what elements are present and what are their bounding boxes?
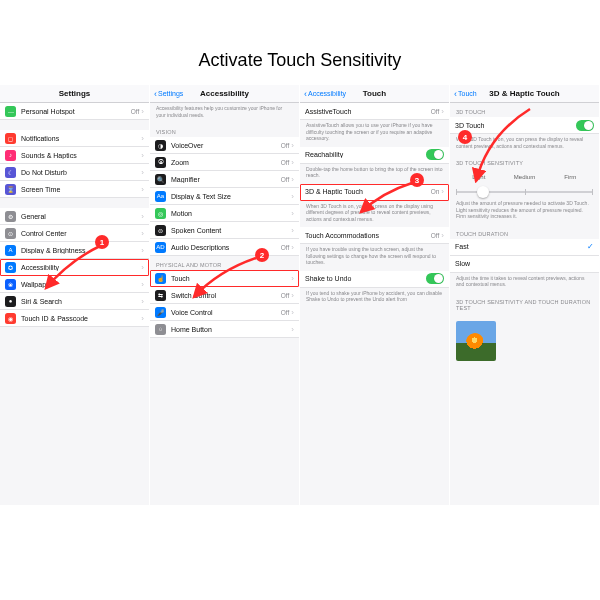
zoom-icon: ⦿ [155, 157, 166, 168]
row-label: Spoken Content [171, 227, 291, 234]
panel-settings: Settings ⋯Personal HotspotOff›◻Notificat… [0, 85, 150, 505]
wallpaper-icon: ❀ [5, 279, 16, 290]
voiceover-icon: ◑ [155, 140, 166, 151]
header-accessibility: ‹Settings Accessibility [150, 85, 299, 103]
chevron-right-icon: › [141, 297, 144, 306]
row-notifications[interactable]: ◻Notifications› [0, 130, 149, 147]
header-3d-haptic: ‹Touch 3D & Haptic Touch [450, 85, 599, 103]
row-sounds-haptics[interactable]: ♪Sounds & Haptics› [0, 147, 149, 164]
row-label: Display & Text Size [171, 193, 291, 200]
audio-desc-icon: AD [155, 242, 166, 253]
toggle-on-icon[interactable] [576, 120, 594, 131]
toggle-on-icon[interactable] [426, 149, 444, 160]
section-duration: TOUCH DURATION [450, 225, 599, 239]
header-title: 3D & Haptic Touch [489, 89, 560, 98]
row-motion[interactable]: ◎Motion› [150, 205, 299, 222]
row-touch-id-passcode[interactable]: ◉Touch ID & Passcode› [0, 310, 149, 327]
row-label: Voice Control [171, 309, 281, 316]
row-label: Control Center [21, 230, 141, 237]
row-value: Off [281, 292, 290, 299]
checkmark-icon: ✓ [587, 242, 594, 251]
row-value: Off [431, 108, 440, 115]
arrow-2 [188, 253, 263, 303]
row-assistivetouch[interactable]: AssistiveTouchOff› [300, 103, 449, 120]
row-display-text-size[interactable]: AaDisplay & Text Size› [150, 188, 299, 205]
chevron-right-icon: › [141, 212, 144, 221]
row-label: Screen Time [21, 186, 141, 193]
control-center-icon: ⊙ [5, 228, 16, 239]
home-button-icon: ○ [155, 324, 166, 335]
hotspot-icon: ⋯ [5, 106, 16, 117]
row-label: Fast [455, 243, 587, 250]
row-value: Off [131, 108, 140, 115]
row-label: Reachability [305, 151, 426, 158]
general-icon: ⚙ [5, 211, 16, 222]
chevron-right-icon: › [141, 280, 144, 289]
row-siri-search[interactable]: ●Siri & Search› [0, 293, 149, 310]
row-slow[interactable]: Slow [450, 256, 599, 273]
desc-text: If you have trouble using the touch scre… [300, 244, 449, 271]
row-reachability[interactable]: Reachability [300, 147, 449, 164]
row-value: On [431, 188, 440, 195]
chevron-right-icon: › [141, 151, 144, 160]
row-value: Off [281, 159, 290, 166]
panel-touch: ‹Accessibility Touch AssistiveTouchOff›A… [300, 85, 450, 505]
desc-text: AssistiveTouch allows you to use your iP… [300, 120, 449, 147]
back-button[interactable]: ‹Accessibility [304, 89, 346, 99]
chevron-right-icon: › [141, 107, 144, 116]
row-label: Touch ID & Passcode [21, 315, 141, 322]
row-do-not-disturb[interactable]: ☾Do Not Disturb› [0, 164, 149, 181]
chevron-right-icon: › [141, 185, 144, 194]
header-title: Accessibility [200, 89, 249, 98]
slider-knob[interactable] [477, 186, 489, 198]
row-spoken-content[interactable]: ⊜Spoken Content› [150, 222, 299, 239]
test-image[interactable] [456, 321, 496, 361]
sensitivity-slider[interactable] [456, 186, 593, 198]
page-title: Activate Touch Sensitivity [0, 0, 600, 85]
motion-icon: ◎ [155, 208, 166, 219]
chevron-right-icon: › [291, 226, 294, 235]
desc-text: Adjust the amount of pressure needed to … [450, 198, 599, 225]
row-value: Off [281, 142, 290, 149]
row-shake-to-undo[interactable]: Shake to Undo [300, 271, 449, 288]
header-settings: Settings [0, 85, 149, 103]
row-fast[interactable]: Fast✓ [450, 239, 599, 256]
section-test: 3D TOUCH SENSITIVITY AND TOUCH DURATION … [450, 293, 599, 313]
row-touch-accommodations[interactable]: Touch AccommodationsOff› [300, 227, 449, 244]
step-badge-3: 3 [410, 173, 424, 187]
row-voiceover[interactable]: ◑VoiceOverOff› [150, 137, 299, 154]
row-label: Home Button [171, 326, 291, 333]
chevron-right-icon: › [141, 246, 144, 255]
chevron-right-icon: › [441, 187, 444, 196]
touch-icon: ☝ [155, 273, 166, 284]
toggle-on-icon[interactable] [426, 273, 444, 284]
row-magnifier[interactable]: 🔍MagnifierOff› [150, 171, 299, 188]
display-icon: A [5, 245, 16, 256]
row-screen-time[interactable]: ⌛Screen Time› [0, 181, 149, 198]
row-zoom[interactable]: ⦿ZoomOff› [150, 154, 299, 171]
row-voice-control[interactable]: 🎤Voice ControlOff› [150, 304, 299, 321]
row-label: Shake to Undo [305, 275, 426, 282]
chevron-left-icon: ‹ [454, 89, 457, 99]
switch-icon: ⇆ [155, 290, 166, 301]
header-touch: ‹Accessibility Touch [300, 85, 449, 103]
back-label: Touch [458, 90, 477, 97]
row-general[interactable]: ⚙General› [0, 208, 149, 225]
row-value: Off [431, 232, 440, 239]
row-personal-hotspot[interactable]: ⋯Personal HotspotOff› [0, 103, 149, 120]
panel-3d-haptic: ‹Touch 3D & Haptic Touch 3D TOUCH 3D Tou… [450, 85, 600, 505]
chevron-right-icon: › [291, 243, 294, 252]
back-button[interactable]: ‹Settings [154, 89, 183, 99]
back-label: Settings [158, 90, 183, 97]
chevron-right-icon: › [291, 141, 294, 150]
chevron-right-icon: › [141, 229, 144, 238]
row-home-button[interactable]: ○Home Button› [150, 321, 299, 338]
chevron-right-icon: › [141, 168, 144, 177]
row-label: AssistiveTouch [305, 108, 431, 115]
back-button[interactable]: ‹Touch [454, 89, 477, 99]
screentime-icon: ⌛ [5, 184, 16, 195]
step-badge-4: 4 [458, 130, 472, 144]
row-label: Touch Accommodations [305, 232, 431, 239]
row-label: General [21, 213, 141, 220]
chevron-right-icon: › [291, 308, 294, 317]
